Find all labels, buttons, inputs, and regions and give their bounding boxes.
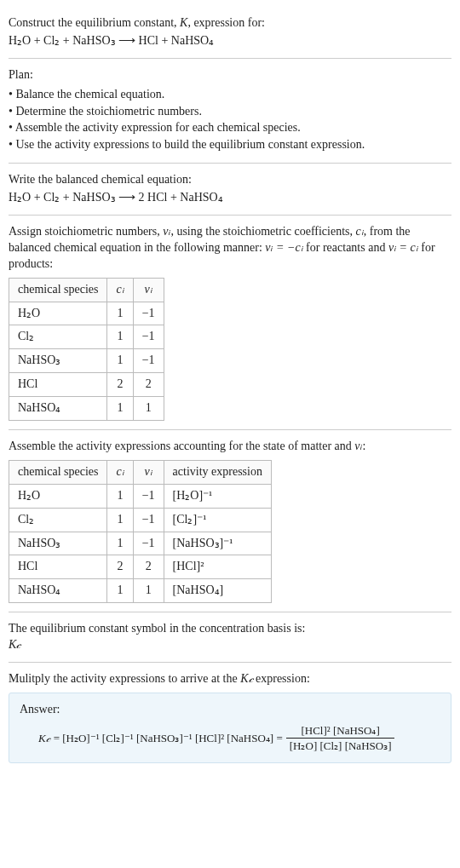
multiply-text: expression:: [253, 672, 310, 685]
cell-species: H₂O: [9, 484, 107, 508]
multiply-text: Mulitply the activity expressions to arr…: [9, 672, 240, 685]
table-row: HCl22: [9, 373, 164, 397]
cell-species: HCl: [9, 373, 107, 397]
answer-fraction: [HCl]² [NaHSO₄] [H₂O] [Cl₂] [NaHSO₃]: [286, 723, 395, 754]
intro-equation: H₂O + Cl₂ + NaHSO₃ ⟶ HCl + NaHSO₄: [9, 33, 451, 49]
intro-prefix: Construct the equilibrium constant,: [9, 16, 180, 29]
plan-list: • Balance the chemical equation. • Deter…: [9, 87, 451, 154]
multiply-kc: K𝒸: [240, 672, 252, 685]
col-activity: activity expression: [164, 460, 271, 484]
cell-species: NaHSO₃: [9, 532, 107, 555]
stoich-text: , using the stoichiometric coefficients,: [170, 225, 355, 238]
cell-ci: 1: [107, 532, 133, 555]
intro-suffix: , expression for:: [187, 16, 265, 29]
table-row: NaHSO₄11: [9, 397, 164, 421]
stoich-text: Assign stoichiometric numbers,: [9, 225, 163, 238]
cell-species: HCl: [9, 555, 107, 579]
answer-lhs: = [H₂O]⁻¹ [Cl₂]⁻¹ [NaHSO₃]⁻¹ [HCl]² [NaH…: [54, 731, 283, 746]
cell-species: NaHSO₄: [9, 579, 107, 603]
cell-activity: [H₂O]⁻¹: [164, 484, 271, 508]
cell-ci: 2: [107, 373, 133, 397]
cell-nu: −1: [133, 302, 164, 325]
answer-equation: K𝒸 = [H₂O]⁻¹ [Cl₂]⁻¹ [NaHSO₃]⁻¹ [HCl]² […: [20, 723, 440, 754]
cell-nu: 2: [133, 555, 164, 579]
cell-activity: [NaHSO₄]: [164, 579, 271, 603]
cell-species: Cl₂: [9, 325, 107, 349]
balanced-heading: Write the balanced chemical equation:: [9, 172, 451, 188]
cell-species: Cl₂: [9, 508, 107, 532]
cell-ci: 1: [107, 579, 133, 603]
cell-ci: 2: [107, 555, 133, 579]
symbol-section: The equilibrium constant symbol in the c…: [9, 612, 451, 662]
table-row: H₂O1−1: [9, 302, 164, 325]
plan-item: • Assemble the activity expression for e…: [9, 120, 451, 136]
activity-text: Assemble the activity expressions accoun…: [9, 440, 354, 452]
stoich-section: Assign stoichiometric numbers, νᵢ, using…: [9, 216, 451, 429]
stoich-rule: νᵢ = −cᵢ: [265, 241, 302, 254]
cell-ci: 1: [107, 397, 133, 421]
stoich-heading: Assign stoichiometric numbers, νᵢ, using…: [9, 224, 451, 273]
plan-section: Plan: • Balance the chemical equation. •…: [9, 59, 451, 163]
cell-ci: 1: [107, 302, 133, 325]
col-ci: cᵢ: [107, 278, 133, 302]
plan-heading: Plan:: [9, 67, 451, 83]
col-species: chemical species: [9, 278, 107, 302]
activity-heading: Assemble the activity expressions accoun…: [9, 439, 451, 455]
stoich-ci: cᵢ: [356, 225, 364, 238]
multiply-heading: Mulitply the activity expressions to arr…: [9, 671, 451, 687]
balanced-section: Write the balanced chemical equation: H₂…: [9, 164, 451, 215]
answer-kc: K𝒸: [38, 731, 50, 746]
stoich-table: chemical species cᵢ νᵢ H₂O1−1 Cl₂1−1 NaH…: [9, 278, 164, 421]
cell-species: NaHSO₃: [9, 349, 107, 373]
multiply-section: Mulitply the activity expressions to arr…: [9, 663, 451, 772]
cell-nu: 1: [133, 579, 164, 603]
frac-denominator: [H₂O] [Cl₂] [NaHSO₃]: [286, 739, 395, 754]
table-header-row: chemical species cᵢ νᵢ: [9, 278, 164, 302]
plan-item: • Determine the stoichiometric numbers.: [9, 104, 451, 120]
activity-text: :: [363, 440, 366, 452]
col-nu: νᵢ: [133, 460, 164, 484]
frac-numerator: [HCl]² [NaHSO₄]: [297, 723, 382, 739]
cell-activity: [HCl]²: [164, 555, 271, 579]
activity-nu: νᵢ: [354, 440, 362, 452]
activity-table: chemical species cᵢ νᵢ activity expressi…: [9, 460, 272, 603]
cell-activity: [Cl₂]⁻¹: [164, 508, 271, 532]
intro-k: K: [180, 16, 187, 29]
cell-nu: 2: [133, 373, 164, 397]
col-species: chemical species: [9, 460, 107, 484]
activity-section: Assemble the activity expressions accoun…: [9, 430, 451, 612]
cell-ci: 1: [107, 508, 133, 532]
stoich-rule: νᵢ = cᵢ: [388, 241, 418, 254]
table-row: HCl22[HCl]²: [9, 555, 272, 579]
table-row: NaHSO₄11[NaHSO₄]: [9, 579, 272, 603]
cell-ci: 1: [107, 349, 133, 373]
table-row: NaHSO₃1−1[NaHSO₃]⁻¹: [9, 532, 272, 555]
cell-species: NaHSO₄: [9, 397, 107, 421]
cell-nu: 1: [133, 397, 164, 421]
cell-nu: −1: [133, 484, 164, 508]
plan-item: • Balance the chemical equation.: [9, 87, 451, 103]
cell-nu: −1: [133, 349, 164, 373]
table-row: NaHSO₃1−1: [9, 349, 164, 373]
intro-prompt: Construct the equilibrium constant, K, e…: [9, 15, 451, 32]
table-row: Cl₂1−1: [9, 325, 164, 349]
table-header-row: chemical species cᵢ νᵢ activity expressi…: [9, 460, 272, 484]
symbol-heading: The equilibrium constant symbol in the c…: [9, 621, 451, 637]
col-ci: cᵢ: [107, 460, 133, 484]
table-row: Cl₂1−1[Cl₂]⁻¹: [9, 508, 272, 532]
cell-activity: [NaHSO₃]⁻¹: [164, 532, 271, 555]
cell-nu: −1: [133, 532, 164, 555]
symbol-value: K𝒸: [9, 637, 451, 653]
plan-item: • Use the activity expressions to build …: [9, 137, 451, 153]
intro-section: Construct the equilibrium constant, K, e…: [9, 7, 451, 58]
table-row: H₂O1−1[H₂O]⁻¹: [9, 484, 272, 508]
cell-ci: 1: [107, 484, 133, 508]
cell-ci: 1: [107, 325, 133, 349]
answer-box: Answer: K𝒸 = [H₂O]⁻¹ [Cl₂]⁻¹ [NaHSO₃]⁻¹ …: [9, 693, 451, 763]
cell-nu: −1: [133, 508, 164, 532]
cell-nu: −1: [133, 325, 164, 349]
col-nu: νᵢ: [133, 278, 164, 302]
answer-label: Answer:: [20, 702, 440, 718]
balanced-equation: H₂O + Cl₂ + NaHSO₃ ⟶ 2 HCl + NaHSO₄: [9, 190, 451, 206]
cell-species: H₂O: [9, 302, 107, 325]
